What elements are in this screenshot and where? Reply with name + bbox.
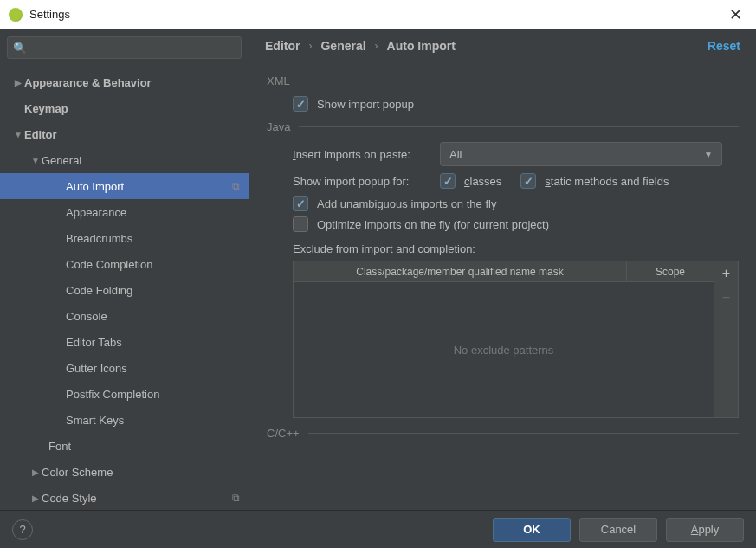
tree-label: Auto Import	[66, 180, 232, 193]
tree-label: Gutter Icons	[66, 362, 249, 375]
tree-label: Smart Keys	[66, 414, 249, 427]
help-button[interactable]: ?	[12, 519, 33, 540]
tree-label: Appearance & Behavior	[24, 76, 249, 89]
label-static: static methods and fields	[545, 175, 669, 188]
tree-breadcrumbs[interactable]: Breadcrumbs	[0, 225, 249, 251]
section-cpp: C/C++	[267, 427, 739, 440]
tree-editor[interactable]: ▼Editor	[0, 121, 249, 147]
section-java: Java	[267, 120, 739, 133]
chevron-right-icon: ›	[308, 40, 312, 52]
select-insert-imports[interactable]: All ▼	[440, 142, 722, 166]
settings-tree: ▶Appearance & Behavior Keymap ▼Editor ▼G…	[0, 64, 249, 510]
tree-color-scheme[interactable]: ▶Color Scheme	[0, 459, 249, 485]
window-title: Settings	[29, 8, 724, 21]
tree-editor-tabs[interactable]: Editor Tabs	[0, 329, 249, 355]
label-xml-show-popup: Show import popup	[317, 98, 414, 111]
crumb-general[interactable]: General	[320, 39, 365, 53]
tree-label: Code Folding	[66, 284, 249, 297]
section-title: XML	[267, 74, 290, 87]
cancel-button[interactable]: Cancel	[579, 518, 657, 542]
checkbox-add-unambiguous[interactable]	[293, 196, 308, 211]
checkbox-classes[interactable]	[440, 173, 456, 189]
titlebar: Settings ✕	[0, 0, 756, 29]
tree-label: Postfix Completion	[66, 388, 249, 401]
reset-link[interactable]: Reset	[708, 39, 740, 53]
checkbox-optimize[interactable]	[293, 216, 308, 232]
apply-button[interactable]: Apply	[666, 518, 744, 542]
sidebar: 🔍 ▶Appearance & Behavior Keymap ▼Editor …	[0, 29, 249, 510]
tree-label: Code Completion	[66, 258, 249, 271]
search-icon: 🔍	[13, 42, 27, 55]
label-classes: classes	[464, 175, 501, 188]
copy-icon: ⧉	[232, 492, 240, 504]
ok-button[interactable]: OK	[493, 518, 571, 542]
checkbox-xml-show-popup[interactable]	[293, 96, 308, 112]
section-xml: XML	[267, 74, 739, 87]
close-button[interactable]: ✕	[724, 5, 747, 24]
button-label: OK	[523, 523, 540, 536]
col-scope[interactable]: Scope	[627, 261, 714, 281]
tree-general[interactable]: ▼General	[0, 147, 249, 173]
tree-label: Editor Tabs	[66, 336, 249, 349]
select-value: All	[449, 148, 462, 161]
tree-label: Font	[48, 440, 249, 453]
chevron-right-icon: ›	[375, 40, 378, 52]
breadcrumb: Editor › General › Auto Import Reset	[249, 29, 756, 62]
tree-appearance[interactable]: Appearance	[0, 199, 249, 225]
button-label: Cancel	[601, 523, 636, 536]
checkbox-static[interactable]	[520, 173, 536, 189]
label-add-unambiguous: Add unambiguous imports on the fly	[317, 197, 496, 210]
exclude-buttons: + −	[714, 261, 739, 418]
tree-label: Breadcrumbs	[66, 232, 249, 245]
tree-smart-keys[interactable]: Smart Keys	[0, 407, 249, 433]
tree-gutter-icons[interactable]: Gutter Icons	[0, 355, 249, 381]
label-insert-imports: Insert imports on paste:	[293, 148, 440, 161]
tree-console[interactable]: Console	[0, 303, 249, 329]
chevron-down-icon: ▼	[704, 150, 713, 159]
label-exclude: Exclude from import and completion:	[293, 242, 739, 255]
label-show-popup-for: Show import popup for:	[293, 175, 440, 188]
tree-label: Color Scheme	[42, 466, 249, 479]
button-label: Apply	[691, 523, 720, 536]
tree-appearance-behavior[interactable]: ▶Appearance & Behavior	[0, 69, 249, 95]
tree-code-folding[interactable]: Code Folding	[0, 277, 249, 303]
exclude-table: Class/package/member qualified name mask…	[293, 261, 714, 418]
tree-code-style[interactable]: ▶Code Style⧉	[0, 485, 249, 510]
remove-button[interactable]: −	[714, 286, 738, 310]
search-input[interactable]: 🔍	[7, 36, 242, 59]
tree-font[interactable]: Font	[0, 433, 249, 459]
crumb-editor[interactable]: Editor	[265, 39, 300, 53]
tree-code-completion[interactable]: Code Completion	[0, 251, 249, 277]
tree-auto-import[interactable]: Auto Import⧉	[0, 173, 249, 199]
tree-keymap[interactable]: Keymap	[0, 95, 249, 121]
main-panel: Editor › General › Auto Import Reset XML…	[249, 29, 756, 510]
footer: ? OK Cancel Apply	[0, 510, 756, 548]
tree-postfix-completion[interactable]: Postfix Completion	[0, 381, 249, 407]
tree-label: Appearance	[66, 206, 249, 219]
add-button[interactable]: +	[714, 261, 738, 286]
tree-label: Keymap	[24, 102, 249, 115]
section-title: Java	[267, 120, 290, 133]
tree-label: General	[42, 154, 249, 167]
content: XML Show import popup Java Insert import…	[249, 62, 756, 510]
col-mask[interactable]: Class/package/member qualified name mask	[294, 261, 627, 281]
tree-label: Code Style	[42, 492, 232, 505]
section-title: C/C++	[267, 427, 300, 440]
tree-label: Console	[66, 310, 249, 323]
tree-label: Editor	[24, 128, 249, 141]
copy-icon: ⧉	[232, 180, 240, 192]
exclude-empty: No exclude patterns	[294, 282, 714, 417]
label-optimize: Optimize imports on the fly (for current…	[317, 218, 549, 231]
crumb-auto-import: Auto Import	[387, 39, 456, 53]
app-logo-icon	[9, 8, 23, 22]
